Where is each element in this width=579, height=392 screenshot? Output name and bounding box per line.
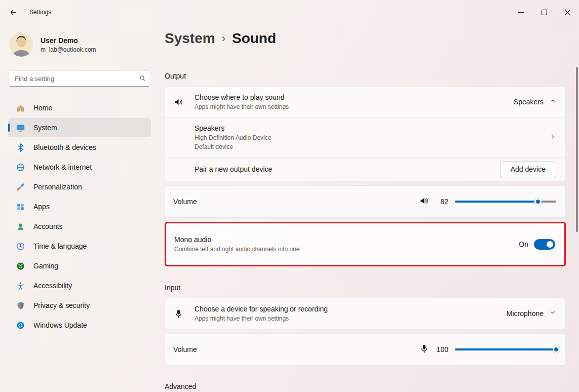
sidebar-nav: Home System Bluetooth & devices Network … — [8, 98, 151, 335]
volume-speaker-icon[interactable] — [419, 195, 430, 208]
input-volume-value: 100 — [436, 345, 448, 354]
accounts-person-icon — [15, 222, 25, 231]
sidebar-item-label: Time & language — [33, 242, 87, 250]
user-email: m_lab@outlook.com — [41, 46, 96, 53]
input-volume-row: Volume 100 — [165, 333, 566, 366]
sidebar-item-label: Privacy & security — [33, 301, 90, 309]
sidebar-item-windows-update[interactable]: Windows Update — [8, 316, 151, 335]
sidebar-item-label: Bluetooth & devices — [33, 143, 96, 151]
output-device-selector-row[interactable]: Choose where to play sound Apps might ha… — [165, 87, 565, 117]
bluetooth-icon — [15, 143, 25, 152]
speakers-device-status: Default device — [195, 143, 549, 150]
output-volume-value: 82 — [436, 198, 448, 206]
sidebar-item-gaming[interactable]: Gaming — [8, 256, 151, 276]
sidebar-item-label: Gaming — [33, 262, 58, 270]
avatar — [9, 32, 33, 57]
chevron-down-icon — [549, 309, 556, 318]
window-title: Settings — [29, 9, 51, 16]
sidebar-item-label: Personalization — [33, 183, 82, 191]
input-device-selector-row[interactable]: Choose a device for speaking or recordin… — [165, 298, 565, 329]
windows-update-icon — [15, 321, 25, 330]
window-controls — [509, 0, 579, 24]
sidebar-item-privacy-security[interactable]: Privacy & security — [8, 296, 151, 315]
apps-grid-icon — [15, 202, 25, 212]
sidebar-item-label: System — [33, 124, 57, 132]
speakers-device-row[interactable]: Speakers High Definition Audio Device De… — [165, 117, 565, 157]
clock-icon — [15, 242, 25, 251]
input-device-card: Choose a device for speaking or recordin… — [165, 298, 566, 329]
sidebar-item-personalization[interactable]: Personalization — [8, 177, 151, 197]
add-device-button[interactable]: Add device — [500, 161, 556, 177]
sidebar-item-label: Windows Update — [33, 321, 87, 329]
sidebar-item-label: Accounts — [33, 222, 63, 230]
sidebar-item-system[interactable]: System — [8, 118, 151, 137]
advanced-section-label: Advanced — [165, 382, 566, 390]
network-globe-icon — [15, 163, 25, 172]
output-volume-slider[interactable] — [455, 197, 556, 207]
volume-microphone-icon[interactable] — [419, 343, 430, 356]
output-device-card: Choose where to play sound Apps might ha… — [165, 86, 566, 181]
mono-audio-subtitle: Combine left and right audio channels in… — [174, 246, 519, 253]
mono-audio-toggle[interactable] — [534, 239, 555, 250]
breadcrumb-system[interactable]: System — [165, 30, 215, 47]
sidebar-item-label: Accessibility — [33, 282, 72, 290]
output-section-label: Output — [165, 72, 566, 80]
pair-output-device-row: Pair a new output device Add device — [165, 157, 565, 181]
sidebar-item-bluetooth-devices[interactable]: Bluetooth & devices — [8, 138, 151, 157]
mono-audio-state-label: On — [519, 240, 528, 248]
toggle-knob — [547, 241, 553, 248]
input-section-label: Input — [165, 284, 566, 292]
input-device-title: Choose a device for speaking or recordin… — [195, 305, 507, 313]
close-icon — [565, 10, 570, 15]
sidebar-item-time-language[interactable]: Time & language — [8, 237, 151, 256]
chevron-up-icon — [549, 97, 556, 106]
user-profile[interactable]: User Demo m_lab@outlook.com — [9, 32, 151, 57]
search-box — [8, 70, 151, 87]
input-device-subtitle: Apps might have their own settings — [195, 315, 507, 322]
close-button[interactable] — [556, 0, 579, 24]
input-device-value: Microphone — [507, 309, 544, 318]
sidebar-item-label: Home — [33, 104, 52, 112]
output-device-title: Choose where to play sound — [195, 93, 514, 101]
minimize-icon — [518, 10, 524, 15]
speakers-device-name: Speakers — [195, 124, 549, 132]
sidebar-item-apps[interactable]: Apps — [8, 197, 151, 216]
maximize-button[interactable] — [532, 0, 556, 24]
microphone-icon — [173, 308, 186, 319]
back-arrow-icon — [9, 8, 18, 17]
gaming-xbox-icon — [15, 261, 25, 271]
output-volume-row: Volume 82 — [165, 185, 566, 218]
titlebar: Settings — [0, 0, 579, 24]
sidebar: User Demo m_lab@outlook.com Home System … — [0, 24, 158, 392]
shield-icon — [15, 301, 25, 310]
speakers-device-description: High Definition Audio Device — [195, 134, 549, 141]
sidebar-item-home[interactable]: Home — [8, 98, 151, 117]
input-volume-slider[interactable] — [455, 344, 556, 355]
maximize-icon — [542, 10, 547, 15]
home-icon — [15, 103, 25, 113]
sidebar-item-network-internet[interactable]: Network & internet — [8, 158, 151, 177]
output-volume-slider-thumb[interactable] — [534, 198, 542, 205]
sidebar-item-label: Network & internet — [33, 163, 92, 171]
minimize-button[interactable] — [509, 0, 532, 24]
output-device-value: Speakers — [514, 98, 544, 106]
breadcrumb-separator: › — [222, 32, 225, 45]
sidebar-item-accessibility[interactable]: Accessibility — [8, 276, 151, 295]
speaker-icon — [173, 97, 186, 107]
sidebar-item-label: Apps — [33, 203, 50, 211]
vertical-scrollbar[interactable] — [576, 67, 578, 232]
search-input[interactable] — [8, 70, 151, 87]
page-title: Sound — [232, 30, 276, 47]
output-volume-label: Volume — [173, 198, 197, 206]
user-name: User Demo — [41, 36, 96, 45]
back-button[interactable] — [4, 5, 22, 20]
accessibility-person-icon — [15, 281, 25, 291]
search-icon[interactable] — [139, 74, 146, 84]
main-content: System › Sound Output Choose where to pl… — [158, 24, 579, 392]
personalization-brush-icon — [15, 182, 25, 192]
sidebar-item-accounts[interactable]: Accounts — [8, 217, 151, 236]
input-volume-label: Volume — [173, 345, 197, 354]
input-volume-slider-thumb[interactable] — [553, 346, 560, 353]
mono-audio-row: Mono audio Combine left and right audio … — [165, 222, 566, 266]
mono-audio-title: Mono audio — [174, 236, 519, 244]
